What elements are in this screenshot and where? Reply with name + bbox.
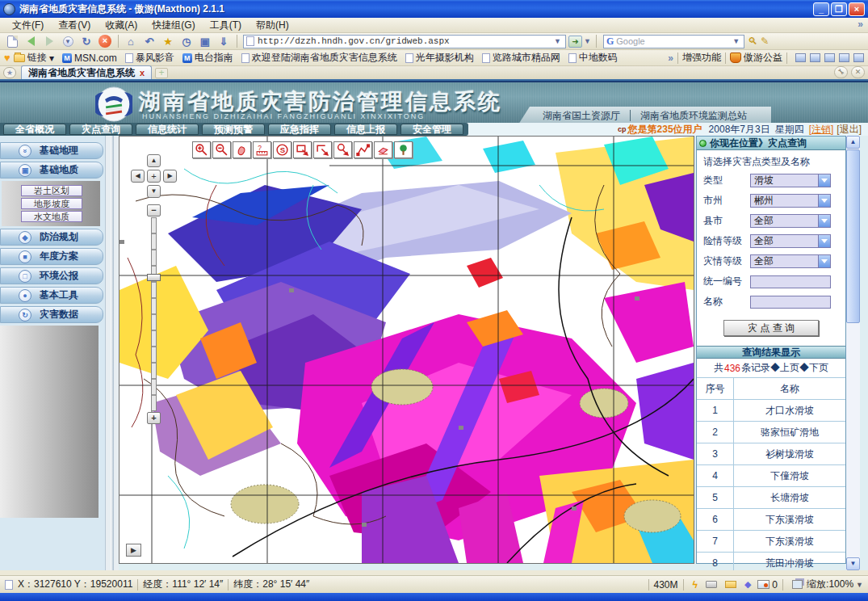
close-button[interactable]: × xyxy=(849,2,865,16)
nav-tab-disaster-query[interactable]: 灾点查询 xyxy=(69,124,132,135)
submenu-hydrogeology[interactable]: 水文地质 xyxy=(21,211,82,222)
scroll-thumb[interactable] xyxy=(846,149,860,323)
link-zhongdi[interactable]: 中地数码 xyxy=(568,51,618,65)
stop-button[interactable]: × xyxy=(96,34,114,49)
links-overflow-icon[interactable]: » xyxy=(668,53,673,64)
table-row[interactable]: 7下东溪滑坡 xyxy=(697,531,845,553)
favorites-heart-icon[interactable]: ♥ xyxy=(4,52,10,64)
sidebar-item-basic-tools[interactable]: ● 基本工具 xyxy=(0,287,103,304)
pages-icon[interactable] xyxy=(824,53,835,62)
zoom-out-button[interactable]: − xyxy=(147,204,161,216)
menu-tools[interactable]: 工具(T) xyxy=(203,18,249,33)
nav-tab-forecast[interactable]: 预测预警 xyxy=(202,124,265,135)
links-folder-label[interactable]: 链接 ▾ xyxy=(27,51,54,65)
prev-page-link[interactable]: ◆上页 xyxy=(770,361,799,375)
pan-right-button[interactable]: ▶ xyxy=(163,170,177,183)
logout-link[interactable]: [注销] xyxy=(809,123,834,137)
history-button[interactable]: ◷ xyxy=(178,34,195,49)
link-land-resources-dept[interactable]: 湖南省国土资源厅 xyxy=(533,109,630,123)
menu-favorites[interactable]: 收藏(A) xyxy=(98,18,145,33)
pan-down-button[interactable]: ▼ xyxy=(147,185,161,198)
diamond-icon[interactable]: ◆ xyxy=(744,579,751,590)
scroll-up-arrow[interactable]: ▲ xyxy=(846,136,860,149)
zoom-slider-track[interactable] xyxy=(151,217,157,411)
new-tab-button[interactable]: + xyxy=(155,68,168,78)
zoom-out-tool[interactable] xyxy=(212,141,231,158)
pan-left-button[interactable]: ◀ xyxy=(131,170,145,183)
menu-overflow-chevron-icon[interactable]: » xyxy=(858,19,863,30)
sidebar-item-basic-geology[interactable]: ▣ 基础地质 xyxy=(0,162,103,179)
highlight-button-icon[interactable]: ✎ xyxy=(761,36,769,47)
zoom-level[interactable]: 缩放:100% xyxy=(807,578,853,591)
tab-tools-wrench-icon[interactable]: 🔧︎ xyxy=(834,66,848,78)
table-row[interactable]: 6下东溪滑坡 xyxy=(697,509,845,531)
plugin-icon[interactable] xyxy=(853,53,864,62)
select-rect-tool[interactable] xyxy=(293,141,312,158)
sidebar-item-environment-bulletin[interactable]: □ 环境公报 xyxy=(0,267,103,284)
page-scrollbar[interactable]: ▲ ▼ xyxy=(846,136,860,570)
magic-fill-button[interactable]: ★ xyxy=(159,34,177,49)
sidebar-item-basic-geography[interactable]: » 基础地理 xyxy=(0,142,103,159)
table-row[interactable]: 5长塘滑坡 xyxy=(697,487,845,509)
city-select[interactable]: 郴州 xyxy=(750,194,831,208)
boost-lightning-icon[interactable]: ϟ xyxy=(693,579,698,590)
zoom-in-button[interactable]: + xyxy=(147,412,161,424)
tab-close-icon[interactable]: x xyxy=(140,68,145,78)
menu-groups[interactable]: 快捷组(G) xyxy=(145,18,202,33)
measure-scale-tool[interactable]: ? xyxy=(253,141,271,158)
nav-tab-security[interactable]: 安全管理 xyxy=(400,124,463,135)
menu-file[interactable]: 文件(F) xyxy=(5,18,51,33)
new-page-button[interactable] xyxy=(3,34,21,49)
splitter[interactable] xyxy=(105,136,119,570)
nav-tab-overview[interactable]: 全省概况 xyxy=(3,124,66,135)
history-dropdown-button[interactable]: ▼ xyxy=(59,34,77,49)
type-select[interactable]: 滑坡 xyxy=(750,174,831,187)
forward-button[interactable] xyxy=(40,34,58,49)
table-row[interactable]: 4下僮滑坡 xyxy=(697,465,845,487)
printer-icon[interactable] xyxy=(706,581,717,588)
link-radio[interactable]: M电台指南 xyxy=(182,51,233,65)
tab-active[interactable]: 湖南省地质灾害信息系统 x xyxy=(21,65,152,79)
link-hunan-geo[interactable]: 欢迎登陆湖南省地质灾害信息系统 xyxy=(241,51,397,65)
sidebar-item-prevention-planning[interactable]: ◆ 防治规划 xyxy=(0,229,103,246)
refresh-button[interactable]: ↻ xyxy=(78,34,95,49)
go-dropdown-icon[interactable]: ▼ xyxy=(582,37,593,45)
maxthon-charity-link[interactable]: 傲游公益 xyxy=(744,51,782,65)
snap-button[interactable]: ▣ xyxy=(196,34,214,49)
map-viewport[interactable]: ? S ▲ ◀ + ▶ ▼ − + ▶ xyxy=(119,136,694,564)
link-msn[interactable]: MMSN.com xyxy=(62,53,117,64)
unified-id-input[interactable] xyxy=(750,275,831,288)
link-city[interactable]: 览路城市精品网 xyxy=(482,51,560,65)
sidebar-item-disaster-data[interactable]: ↻ 灾害数据 xyxy=(0,306,103,323)
submenu-terrain-slope[interactable]: 地形坡度 xyxy=(21,198,82,209)
skin-icon[interactable] xyxy=(839,53,849,62)
tab-close-all-icon[interactable]: ✕ xyxy=(851,66,865,78)
county-select[interactable]: 全部 xyxy=(750,214,831,228)
full-extent-tool[interactable]: S xyxy=(273,141,291,158)
zoom-dropdown-icon[interactable]: ▼ xyxy=(856,581,863,589)
pan-right-corner-button[interactable]: ▶ xyxy=(126,544,141,557)
nav-tab-statistics[interactable]: 信息统计 xyxy=(136,124,199,135)
window-icon[interactable] xyxy=(810,53,820,62)
enhance-features-link[interactable]: 增强功能 xyxy=(682,51,721,65)
table-row[interactable]: 1才口水滑坡 xyxy=(697,400,845,422)
resize-windows-icon[interactable] xyxy=(792,580,803,589)
zoom-in-tool[interactable] xyxy=(192,141,211,158)
folder-icon[interactable] xyxy=(725,581,736,588)
go-button[interactable]: ➜ xyxy=(568,36,582,48)
eraser-tool[interactable] xyxy=(374,141,392,158)
sidebar-item-annual-plan[interactable]: ■ 年度方案 xyxy=(0,248,103,265)
risk-level-select[interactable]: 全部 xyxy=(750,234,831,248)
undo-button[interactable]: ↶ xyxy=(140,34,158,49)
download-button[interactable]: ⇓ xyxy=(215,34,233,49)
exit-link[interactable]: [退出] xyxy=(837,123,862,137)
favorites-star-icon[interactable]: ★ xyxy=(3,67,16,78)
nav-tab-report[interactable]: 信息上报 xyxy=(334,124,397,135)
search-button-icon[interactable]: 🔍︎ xyxy=(748,36,757,47)
menu-help[interactable]: 帮助(H) xyxy=(249,18,296,33)
name-input[interactable] xyxy=(750,296,831,309)
pan-up-button[interactable]: ▲ xyxy=(147,154,161,167)
url-input[interactable] xyxy=(258,36,552,46)
home-button[interactable]: ⌂ xyxy=(122,34,140,49)
minimize-button[interactable]: _ xyxy=(813,2,829,16)
